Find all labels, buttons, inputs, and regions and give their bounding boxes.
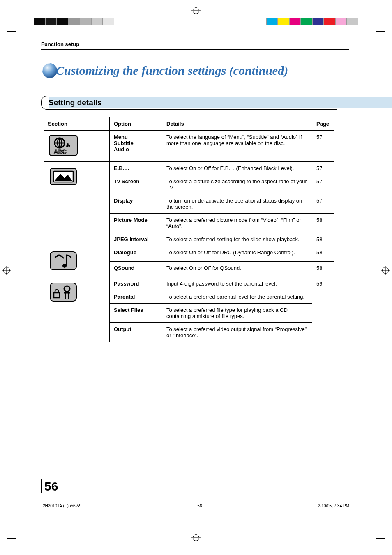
section-icon-cell <box>44 277 110 342</box>
td-details: To select a preferred parental level for… <box>162 290 312 303</box>
td-page: 57 <box>312 194 334 213</box>
td-option: Display <box>110 194 162 213</box>
table-row: ABC あ Menu Subtitle Audio To select the … <box>44 130 334 161</box>
registration-mark-icon <box>193 7 199 14</box>
footer-left: 2H20101A (E)p56-59 <box>43 504 81 508</box>
td-details: To select a preferred picture mode from … <box>162 213 312 233</box>
svg-rect-12 <box>50 283 76 301</box>
page-number-value: 56 <box>44 479 58 493</box>
td-details: To select On or Off for DRC (Dynamic Ran… <box>162 246 312 261</box>
table-header-row: Section Option Details Page <box>44 117 334 130</box>
td-option: Tv Screen <box>110 175 162 194</box>
td-option: JPEG Interval <box>110 233 162 246</box>
td-page: 58 <box>312 261 334 277</box>
audio-note-icon <box>48 249 78 272</box>
td-option: Menu Subtitle Audio <box>110 130 162 161</box>
td-option: Picture Mode <box>110 213 162 233</box>
td-page: 57 <box>312 130 334 161</box>
th-section: Section <box>44 117 110 130</box>
section-icon-cell <box>44 246 110 277</box>
th-page: Page <box>312 117 334 130</box>
language-globe-icon: ABC あ <box>48 134 78 157</box>
section-heading: Setting details <box>41 96 351 110</box>
td-page: 58 <box>312 213 334 233</box>
option-line: Audio <box>114 146 158 152</box>
td-option: Output <box>110 322 162 342</box>
td-details: To select a picture size according to th… <box>162 175 312 194</box>
page-title: Customizing the function settings (conti… <box>56 64 288 78</box>
th-details: Details <box>162 117 312 130</box>
svg-text:あ: あ <box>66 143 70 147</box>
td-page: 59 <box>312 277 334 342</box>
td-details: To turn on or de-activate the operationa… <box>162 194 312 213</box>
footer-right: 2/10/05, 7:34 PM <box>318 504 349 508</box>
section-icon-cell: ABC あ <box>44 130 110 161</box>
color-bar-left <box>34 18 122 25</box>
section-heading-label: Setting details <box>41 96 351 110</box>
td-option: QSound <box>110 261 162 277</box>
crop-mark-icon <box>7 534 20 547</box>
page-title-row: Customizing the function settings (conti… <box>41 62 351 79</box>
color-bar-right <box>266 18 358 25</box>
option-line: Menu <box>114 134 158 140</box>
td-details: To select a preferred setting for the sl… <box>162 233 312 246</box>
divider <box>41 49 349 50</box>
td-option: Dialogue <box>110 246 162 261</box>
td-details: To select the language of “Menu”, “Subti… <box>162 130 312 161</box>
footer-mid: 56 <box>197 504 202 508</box>
registration-mark-icon <box>193 534 199 541</box>
reg-dash <box>209 11 221 11</box>
parental-lock-icon <box>48 281 78 304</box>
td-page: 57 <box>312 175 334 194</box>
svg-text:ABC: ABC <box>54 148 66 155</box>
td-details: Input 4-digit password to set the parent… <box>162 277 312 290</box>
crop-mark-icon <box>372 23 385 35</box>
td-page: 57 <box>312 161 334 175</box>
td-page: 58 <box>312 246 334 261</box>
td-details: To select a preferred video output signa… <box>162 322 312 342</box>
table-row: Dialogue To select On or Off for DRC (Dy… <box>44 246 334 261</box>
table-row: Password Input 4-digit password to set t… <box>44 277 334 290</box>
th-option: Option <box>110 117 162 130</box>
registration-mark-icon <box>3 267 10 274</box>
registration-mark-icon <box>382 267 389 274</box>
footer: 2H20101A (E)p56-59 56 2/10/05, 7:34 PM <box>41 504 351 508</box>
td-page: 58 <box>312 233 334 246</box>
td-details: To select a preferred file type for play… <box>162 303 312 322</box>
option-line: Subtitle <box>114 140 158 146</box>
table-row: E.B.L. To select On or Off for E.B.L. (E… <box>44 161 334 175</box>
td-option: Parental <box>110 290 162 303</box>
picture-icon <box>48 165 78 188</box>
settings-table: Section Option Details Page ABC あ <box>44 117 334 342</box>
td-details: To select On or Off for E.B.L. (Enhanced… <box>162 161 312 175</box>
breadcrumb: Function setup <box>41 41 351 47</box>
reg-dash <box>171 11 183 11</box>
td-option: Select Files <box>110 303 162 322</box>
td-details: To select On or Off for QSound. <box>162 261 312 277</box>
page-number: 56 <box>41 479 58 493</box>
td-option: Password <box>110 277 162 290</box>
crop-mark-icon <box>7 23 20 35</box>
section-icon-cell <box>44 161 110 246</box>
crop-mark-icon <box>372 534 385 547</box>
td-option: E.B.L. <box>110 161 162 175</box>
